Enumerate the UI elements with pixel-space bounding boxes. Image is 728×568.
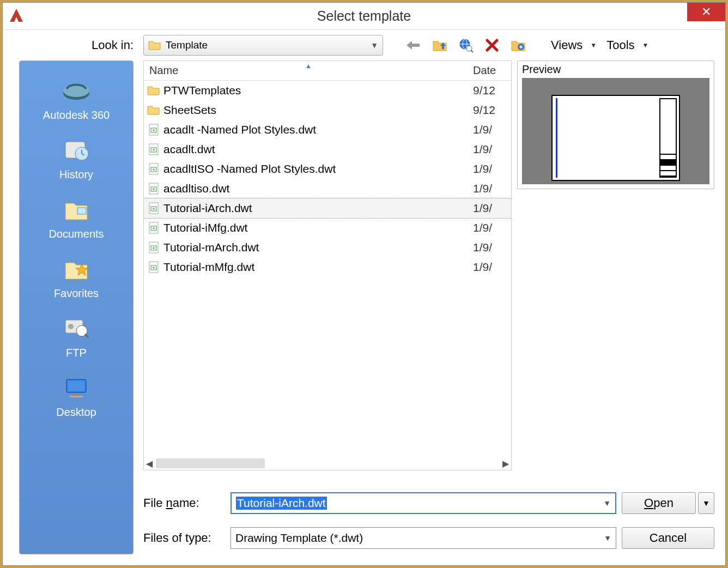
preview-thumbnail <box>522 78 709 184</box>
look-in-label: Look in: <box>3 38 139 52</box>
file-type-label: Files of type: <box>143 531 225 545</box>
places-sidebar: Autodesk 360 History Documents Favorites <box>19 61 134 554</box>
column-name-header[interactable]: ▲ Name <box>144 64 473 77</box>
svg-marker-0 <box>10 9 23 22</box>
file-list-body: PTWTemplates9/12SheetSets9/12acadlt -Nam… <box>144 81 511 457</box>
back-button[interactable] <box>403 34 424 56</box>
sidebar-label: Desktop <box>56 406 96 419</box>
file-name-cell: SheetSets <box>163 104 473 117</box>
up-folder-button[interactable] <box>429 34 451 56</box>
main-panel: ▲ Name Date PTWTemplates9/12SheetSets9/1… <box>134 61 714 554</box>
chevron-down-icon[interactable]: ▼ <box>603 499 611 507</box>
file-date-cell: 1/9/ <box>473 241 511 254</box>
close-button[interactable]: ✕ <box>687 3 725 21</box>
cancel-button[interactable]: Cancel <box>622 527 714 549</box>
file-date-cell: 1/9/ <box>473 123 511 136</box>
sidebar-item-ftp[interactable]: FTP <box>20 309 133 362</box>
tools-menu[interactable]: Tools <box>604 38 636 52</box>
sidebar-item-favorites[interactable]: Favorites <box>20 249 133 303</box>
file-name-cell: acadltISO -Named Plot Styles.dwt <box>163 162 473 176</box>
sidebar-item-documents[interactable]: Documents <box>20 190 133 244</box>
horizontal-scrollbar: ◀ ▶ <box>144 457 511 470</box>
sidebar-label: History <box>59 168 93 181</box>
views-dropdown-icon[interactable]: ▼ <box>589 41 600 49</box>
file-date-cell: 1/9/ <box>473 182 511 195</box>
scroll-right-icon[interactable]: ▶ <box>502 458 509 469</box>
svg-rect-18 <box>68 380 85 391</box>
file-name-cell: Tutorial-mMfg.dwt <box>163 261 473 274</box>
tools-dropdown-icon[interactable]: ▼ <box>641 41 652 49</box>
file-date-cell: 1/9/ <box>473 261 511 274</box>
file-row[interactable]: Tutorial-mArch.dwt1/9/ <box>144 238 511 257</box>
views-menu[interactable]: Views <box>549 38 585 52</box>
sidebar-label: Documents <box>48 228 104 240</box>
file-name-input[interactable]: Tutorial-iArch.dwt ▼ <box>230 492 616 514</box>
a360-icon <box>60 74 93 107</box>
file-row[interactable]: Tutorial-iMfg.dwt1/9/ <box>144 218 511 238</box>
file-date-cell: 9/12 <box>473 104 511 117</box>
dwt-file-icon <box>144 124 163 136</box>
preview-box: Preview <box>517 61 714 189</box>
sidebar-item-autodesk360[interactable]: Autodesk 360 <box>20 71 133 125</box>
column-date-header[interactable]: Date <box>473 64 511 77</box>
sidebar-label: Autodesk 360 <box>43 109 110 122</box>
file-row[interactable]: acadlt.dwt1/9/ <box>144 140 511 159</box>
search-web-button[interactable] <box>455 34 477 56</box>
sidebar-label: Favorites <box>54 287 99 300</box>
sidebar-item-history[interactable]: History <box>20 130 133 184</box>
desktop-icon <box>60 371 93 404</box>
app-icon <box>8 7 25 23</box>
dwt-file-icon <box>144 163 163 175</box>
svg-line-5 <box>471 50 473 52</box>
file-name-cell: PTWTemplates <box>163 84 473 97</box>
scroll-left-icon[interactable]: ◀ <box>146 458 153 469</box>
folder-icon <box>144 105 163 116</box>
file-name-cell: acadlt.dwt <box>163 143 473 156</box>
file-type-select[interactable]: Drawing Template (*.dwt) ▼ <box>230 527 616 549</box>
folder-icon <box>148 40 161 51</box>
svg-rect-19 <box>73 394 80 396</box>
svg-rect-20 <box>70 396 83 397</box>
dwt-file-icon <box>144 241 163 253</box>
svg-point-8 <box>63 84 89 97</box>
sidebar-item-desktop[interactable]: Desktop <box>20 368 133 422</box>
chevron-down-icon[interactable]: ▼ <box>604 534 611 542</box>
dwt-file-icon <box>144 183 163 195</box>
open-dropdown-button[interactable]: ▼ <box>698 492 714 514</box>
file-type-value: Drawing Template (*.dwt) <box>235 531 363 545</box>
svg-line-16 <box>85 334 88 337</box>
dwt-file-icon <box>144 202 163 214</box>
history-icon <box>60 134 93 166</box>
documents-icon <box>60 193 93 226</box>
dialog-body: Autodesk 360 History Documents Favorites <box>3 61 725 565</box>
favorites-icon <box>60 252 93 285</box>
svg-rect-11 <box>77 208 86 214</box>
file-date-cell: 1/9/ <box>473 143 511 156</box>
open-button[interactable]: Open <box>622 492 696 514</box>
chevron-down-icon: ▼ <box>371 41 378 50</box>
look-in-value: Template <box>166 39 208 51</box>
bottom-form: File name: Tutorial-iArch.dwt ▼ Open ▼ F… <box>143 470 714 554</box>
file-row[interactable]: SheetSets9/12 <box>144 100 511 120</box>
delete-button[interactable] <box>481 34 503 56</box>
preview-label: Preview <box>522 63 709 78</box>
file-row[interactable]: Tutorial-mMfg.dwt1/9/ <box>144 257 511 277</box>
file-row[interactable]: acadlt -Named Plot Styles.dwt1/9/ <box>144 120 511 140</box>
close-icon: ✕ <box>701 5 711 19</box>
look-in-select[interactable]: Template ▼ <box>143 35 383 56</box>
scroll-thumb[interactable] <box>156 458 265 468</box>
toolbar: Look in: Template ▼ Views ▼ Tools ▼ <box>3 30 725 61</box>
file-date-cell: 1/9/ <box>473 162 511 176</box>
listing-area: ▲ Name Date PTWTemplates9/12SheetSets9/1… <box>143 61 714 470</box>
file-name-cell: Tutorial-mArch.dwt <box>163 241 473 254</box>
file-date-cell: 9/12 <box>473 84 511 97</box>
file-row[interactable]: acadltiso.dwt1/9/ <box>144 179 511 198</box>
file-name-cell: acadltiso.dwt <box>163 182 473 195</box>
folder-icon <box>144 85 163 96</box>
new-folder-button[interactable] <box>507 34 529 56</box>
preview-pane: Preview <box>517 61 714 470</box>
dialog-title: Select template <box>317 8 411 24</box>
file-row[interactable]: Tutorial-iArch.dwt1/9/ <box>144 198 511 218</box>
file-row[interactable]: PTWTemplates9/12 <box>144 81 511 100</box>
file-row[interactable]: acadltISO -Named Plot Styles.dwt1/9/ <box>144 159 511 179</box>
